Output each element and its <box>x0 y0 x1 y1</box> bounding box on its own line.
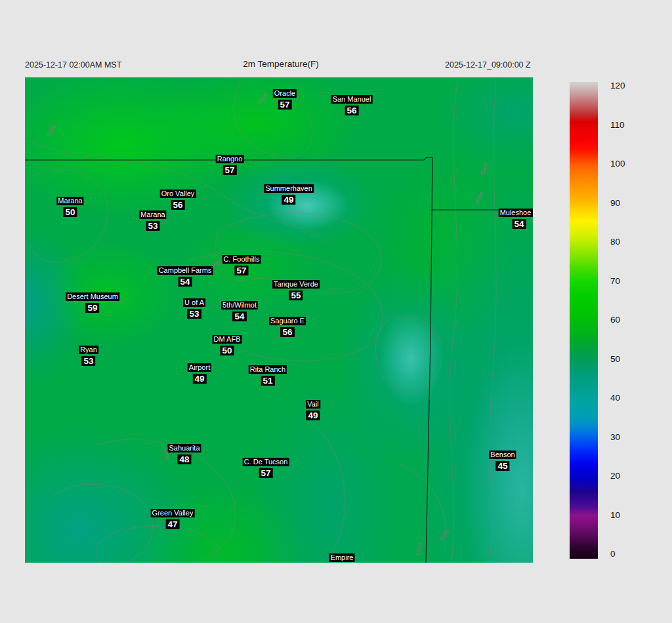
station-name: Desert Museum <box>66 292 119 301</box>
station-label: Campbell Farms54 <box>158 266 213 287</box>
station-label: Rita Ranch51 <box>249 365 287 386</box>
colorbar-tick: 100 <box>610 159 625 169</box>
station-label: Tanque Verde55 <box>272 280 320 300</box>
station-name: Muleshoe R <box>499 209 533 217</box>
colorbar-tick: 50 <box>610 354 620 365</box>
station-label: Sahuarita48 <box>167 444 201 464</box>
station-name: Oracle <box>273 89 297 98</box>
station-temperature-value: 50 <box>220 346 234 355</box>
station-label: Oro Valley56 <box>160 190 196 210</box>
colorbar-tick: 70 <box>610 276 620 287</box>
colorbar-tick: 80 <box>610 237 620 247</box>
station-name: Benson <box>489 451 516 459</box>
station-label: Marana50 <box>56 197 83 217</box>
station-name: Marana <box>56 197 83 205</box>
station-name: 5th/Wilmot <box>221 301 258 310</box>
station-name: Tanque Verde <box>272 280 320 289</box>
station-name: Sahuarita <box>167 444 201 452</box>
station-label: Vail49 <box>306 400 320 420</box>
station-name: Summerhaven <box>264 184 314 193</box>
station-label: DM AFB50 <box>213 335 242 355</box>
station-name: Green Valley <box>151 509 195 517</box>
station-label: Muleshoe R54 <box>499 209 533 229</box>
station-temperature-value: 57 <box>259 468 272 478</box>
model-run-datetime: 2025-12-17 02:00AM MST <box>25 60 121 70</box>
station-label: Rangno57 <box>216 155 244 175</box>
colorbar-tick: 10 <box>610 510 620 521</box>
station-temperature-value: 49 <box>192 374 206 384</box>
station-label: San Manuel56 <box>331 95 373 115</box>
station-name: C. De Tucson <box>243 458 289 466</box>
page-title: 2m Temperature(F) <box>243 59 318 69</box>
weather-map-page: 2025-12-17 02:00AM MST 2m Temperature(F)… <box>0 0 672 623</box>
station-name: U of A <box>183 298 205 307</box>
station-label: Empire <box>329 553 355 562</box>
station-temperature-value: 56 <box>345 106 358 115</box>
station-name: San Manuel <box>331 95 373 104</box>
colorbar-tick: 20 <box>610 471 620 481</box>
station-temperature-value: 56 <box>280 327 294 337</box>
station-label: 5th/Wilmot54 <box>221 301 258 321</box>
station-label: Oracle57 <box>273 89 297 110</box>
colorbar-tick: 120 <box>610 81 625 91</box>
station-temperature-value: 53 <box>81 356 95 366</box>
station-label: C. De Tucson57 <box>243 458 289 478</box>
station-label: Summerhaven49 <box>264 184 314 205</box>
colorbar-tick: 110 <box>610 120 625 131</box>
station-name: Empire <box>329 553 355 562</box>
station-temperature-value: 54 <box>178 277 192 287</box>
valid-datetime-utc: 2025-12-17_09:00:00 Z <box>445 60 531 70</box>
temperature-map: Oracle57San Manuel56Rangno57Marana50Oro … <box>25 77 533 563</box>
colorbar-tick: 40 <box>610 393 620 403</box>
temperature-colorbar <box>570 82 598 559</box>
station-name: Airport <box>188 363 211 372</box>
station-label: Green Valley47 <box>151 509 195 529</box>
station-label: C. Foothills57 <box>222 255 261 275</box>
station-temperature-value: 49 <box>306 411 320 420</box>
station-temperature-value: 55 <box>289 291 303 300</box>
station-temperature-value: 47 <box>165 519 179 529</box>
station-name: Marana <box>139 211 166 219</box>
station-name: Ryan <box>79 346 98 354</box>
county-boundaries <box>25 157 533 563</box>
station-temperature-value: 57 <box>278 100 291 110</box>
station-temperature-value: 51 <box>261 376 274 386</box>
station-temperature-value: 57 <box>222 165 236 175</box>
station-name: Vail <box>306 400 320 409</box>
station-label: Desert Museum59 <box>66 292 119 313</box>
station-label: Saguaro E56 <box>269 317 306 337</box>
station-label: Marana53 <box>139 211 166 231</box>
colorbar-tick: 60 <box>610 315 620 325</box>
elevation-contours <box>25 77 496 563</box>
station-temperature-value: 56 <box>171 200 184 210</box>
station-temperature-value: 53 <box>187 309 201 319</box>
station-label: Benson45 <box>489 451 516 471</box>
station-temperature-value: 50 <box>63 207 77 217</box>
station-label: Airport49 <box>188 363 211 384</box>
contour-elevation-label: 3000 <box>162 447 169 460</box>
station-temperature-value: 49 <box>282 195 295 205</box>
colorbar-tick: 90 <box>610 198 620 209</box>
station-label: Ryan53 <box>79 346 98 366</box>
station-temperature-value: 54 <box>232 312 246 321</box>
station-name: DM AFB <box>213 335 242 344</box>
station-temperature-value: 53 <box>146 221 159 231</box>
station-name: Oro Valley <box>160 190 196 198</box>
station-temperature-value: 59 <box>85 303 99 313</box>
station-temperature-value: 57 <box>234 266 248 275</box>
station-temperature-value: 48 <box>177 454 191 464</box>
colorbar-tick: 30 <box>610 432 620 443</box>
colorbar-tick: 0 <box>610 549 616 559</box>
station-name: Campbell Farms <box>158 266 213 275</box>
station-name: Rita Ranch <box>249 365 287 374</box>
station-name: Saguaro E <box>269 317 306 325</box>
station-temperature-value: 54 <box>512 219 526 229</box>
station-label: U of A53 <box>183 298 205 319</box>
station-name: C. Foothills <box>222 255 261 264</box>
station-temperature-value: 45 <box>495 461 509 471</box>
station-name: Rangno <box>216 155 244 163</box>
